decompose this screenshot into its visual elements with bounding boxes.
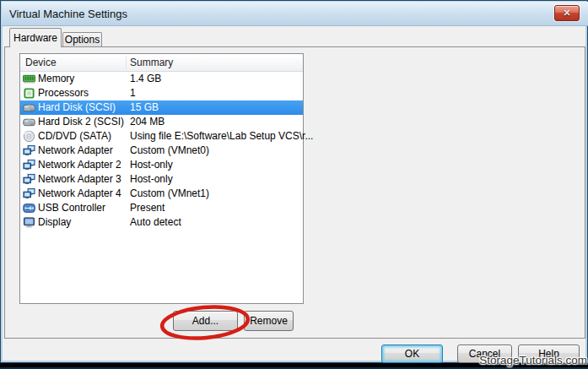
add-button[interactable]: Add...: [173, 311, 238, 331]
device-name: Processors: [38, 86, 89, 100]
device-row-cd-dvd-sata[interactable]: CD/DVD (SATA) Using file E:\Software\Lab…: [20, 129, 303, 144]
device-summary: Custom (VMnet1): [130, 187, 209, 201]
device-row-display[interactable]: Display Auto detect: [20, 215, 303, 230]
processor-icon: [23, 87, 35, 100]
device-summary: Using file E:\Software\Lab Setup VCS\r..…: [130, 129, 313, 144]
column-header-device: Device: [25, 54, 57, 71]
device-name: Hard Disk (SCSI): [38, 100, 116, 115]
device-summary: 1: [130, 86, 136, 100]
device-name: Network Adapter: [38, 144, 113, 158]
device-row-network-adapter[interactable]: Network Adapter Custom (VMnet0): [20, 144, 303, 158]
memory-icon: [23, 73, 35, 85]
device-row-network-adapter-4[interactable]: Network Adapter 4 Custom (VMnet1): [20, 187, 303, 201]
network-adapter-icon: [23, 159, 35, 171]
display-icon: [23, 216, 35, 229]
network-adapter-icon: [23, 144, 35, 157]
hard-disk-icon: [23, 101, 35, 114]
device-summary: Auto detect: [130, 215, 181, 230]
device-summary: Custom (VMnet0): [130, 144, 209, 158]
column-header-summary: Summary: [130, 54, 173, 71]
screenshot-stage: Virtual Machine Settings ✕ Hardware Opti…: [0, 0, 588, 369]
watermark: StorageTutorials.com: [479, 354, 587, 366]
hard-disk-icon: [23, 116, 35, 128]
device-summary: Present: [130, 201, 165, 215]
device-name: USB Controller: [38, 201, 105, 215]
device-summary: Host-only: [130, 172, 173, 187]
tab-options[interactable]: Options: [62, 32, 102, 47]
usb-icon: [23, 202, 35, 214]
tab-options-label: Options: [65, 34, 100, 46]
device-row-usb-controller[interactable]: USB Controller Present: [20, 201, 303, 215]
device-summary: 204 MB: [130, 115, 165, 129]
tab-hardware[interactable]: Hardware: [9, 28, 62, 47]
network-adapter-icon: [23, 173, 35, 186]
close-button[interactable]: ✕: [554, 5, 580, 21]
cd-dvd-icon: [23, 130, 35, 143]
device-list: Device Summary Memory 1.4 GB Processors …: [19, 53, 304, 304]
device-summary: 15 GB: [130, 100, 159, 115]
device-name: Network Adapter 4: [38, 187, 121, 201]
device-summary: 1.4 GB: [130, 72, 161, 86]
network-adapter-icon: [23, 187, 35, 200]
device-name: Hard Disk 2 (SCSI): [38, 115, 124, 129]
device-summary: Host-only: [130, 158, 173, 172]
virtual-machine-settings-dialog: Virtual Machine Settings ✕ Hardware Opti…: [0, 0, 588, 363]
column-separator: [126, 56, 127, 69]
close-icon: ✕: [563, 8, 570, 18]
tab-hardware-label: Hardware: [13, 32, 57, 44]
window-title: Virtual Machine Settings: [9, 2, 127, 26]
device-row-hard-disk-2-scsi[interactable]: Hard Disk 2 (SCSI) 204 MB: [20, 115, 303, 129]
device-name: Network Adapter 3: [38, 172, 121, 187]
device-row-memory[interactable]: Memory 1.4 GB: [20, 72, 303, 86]
device-row-network-adapter-2[interactable]: Network Adapter 2 Host-only: [20, 158, 303, 172]
title-bar[interactable]: Virtual Machine Settings: [2, 2, 588, 26]
device-row-hard-disk-scsi[interactable]: Hard Disk (SCSI) 15 GB: [20, 100, 303, 115]
device-list-header: Device Summary: [20, 54, 303, 72]
device-name: Network Adapter 2: [38, 158, 121, 172]
device-name: CD/DVD (SATA): [38, 129, 111, 144]
device-row-network-adapter-3[interactable]: Network Adapter 3 Host-only: [20, 172, 303, 187]
device-name: Memory: [38, 72, 74, 86]
device-row-processors[interactable]: Processors 1: [20, 86, 303, 100]
ok-button[interactable]: OK: [381, 345, 443, 363]
remove-button[interactable]: Remove: [244, 311, 294, 331]
device-name: Display: [38, 215, 71, 230]
